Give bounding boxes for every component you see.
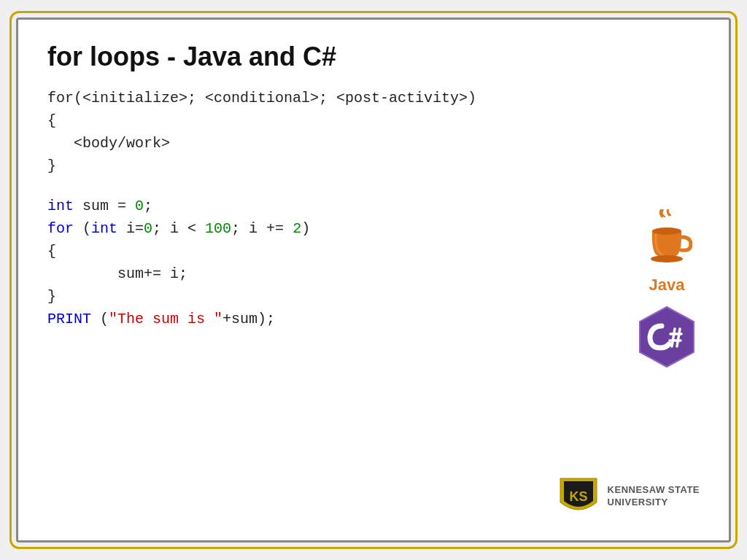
code-text: i= [117,220,144,237]
number-100: 100 [205,220,231,237]
string-literal: "The sum is " [109,311,222,327]
code-text: ; i < [152,220,205,237]
ksu-emblem-icon: KS [557,475,600,518]
code-line-5: int sum = 0; [47,195,700,217]
keyword-int2: int [91,220,117,237]
java-logo: Java [641,209,692,295]
code-block: for(<initialize>; <conditional>; <post-a… [47,87,700,330]
code-line-4: } [47,155,700,177]
code-text: sum = [74,198,135,214]
svg-text:KS: KS [569,489,587,504]
code-line-6: for (int i=0; i < 100; i += 2) [47,217,700,240]
number-0: 0 [135,198,144,214]
code-line-1: for(<initialize>; <conditional>; <post-a… [47,87,700,109]
csharp-logo [634,304,700,370]
code-text: ; [144,198,152,214]
code-text: ; i += [231,220,293,237]
code-line-7: { [47,240,700,262]
ksu-sub: UNIVERSITY [608,497,700,509]
number-zero: 0 [144,220,152,237]
keyword-print: PRINT [47,311,91,327]
slide-title: for loops - Java and C# [47,42,700,72]
ksu-text: KENNESAW STATE UNIVERSITY [608,484,700,509]
java-icon [641,209,692,271]
csharp-icon [634,304,700,370]
keyword-int: int [47,198,74,214]
code-text: ( [74,220,91,237]
svg-point-1 [652,228,681,235]
code-text: ( [91,311,109,327]
slide: for loops - Java and C# for(<initialize>… [16,18,731,542]
number-2: 2 [293,220,301,237]
code-section-2: int sum = 0; for (int i=0; i < 100; i +=… [47,195,700,330]
code-line-3: <body/work> [47,132,700,155]
code-line-8: sum+= i; [47,262,700,285]
code-line-10: PRINT ("The sum is "+sum); [47,308,700,330]
ksu-name: KENNESAW STATE [608,484,700,497]
code-text: +sum); [222,311,275,327]
java-label: Java [641,276,692,295]
svg-point-0 [651,255,683,262]
ksu-logo: KS KENNESAW STATE UNIVERSITY [557,475,700,518]
code-text: ) [301,220,310,237]
code-line-2: { [47,109,700,132]
syntax-section: for(<initialize>; <conditional>; <post-a… [47,87,700,177]
code-line-9: } [47,285,700,308]
keyword-for: for [47,220,74,237]
